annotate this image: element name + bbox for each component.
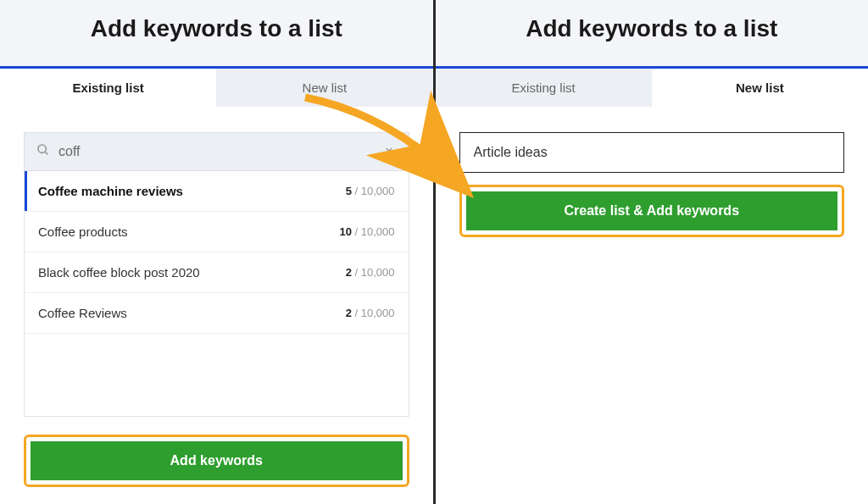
panel-new-list: Add keywords to a list Existing list New… bbox=[436, 0, 869, 504]
header-right: Add keywords to a list bbox=[436, 0, 869, 66]
tab-new-list-right[interactable]: New list bbox=[652, 69, 868, 107]
svg-line-1 bbox=[45, 152, 47, 154]
highlight-frame: Create list & Add keywords bbox=[459, 185, 845, 237]
tab-existing-list-right[interactable]: Existing list bbox=[436, 69, 652, 107]
create-list-button[interactable]: Create list & Add keywords bbox=[465, 191, 839, 231]
panel-existing-list: Add keywords to a list Existing list New… bbox=[0, 0, 436, 504]
list-item-name: Black coffee block post 2020 bbox=[38, 265, 200, 280]
list-item-count: 5 / 10,000 bbox=[346, 185, 395, 197]
search-field[interactable]: × bbox=[24, 132, 409, 171]
list-item-count: 10 / 10,000 bbox=[339, 225, 394, 238]
list-name-input[interactable] bbox=[459, 132, 845, 173]
list-item-name: Coffee products bbox=[38, 224, 128, 239]
list-item-count: 2 / 10,000 bbox=[346, 266, 395, 279]
list-item-name: Coffee machine reviews bbox=[38, 184, 183, 198]
svg-point-0 bbox=[38, 145, 46, 152]
list-item-name: Coffee Reviews bbox=[38, 306, 127, 320]
list-item[interactable]: Coffee products 10 / 10,000 bbox=[25, 212, 409, 252]
highlight-frame: Add keywords bbox=[24, 435, 409, 487]
header-left: Add keywords to a list bbox=[0, 0, 433, 66]
list-item-count: 2 / 10,000 bbox=[346, 307, 395, 319]
search-input[interactable] bbox=[58, 144, 381, 159]
keyword-list: Coffee machine reviews 5 / 10,000 Coffee… bbox=[24, 171, 409, 417]
search-icon bbox=[36, 143, 58, 160]
page-title-left: Add keywords to a list bbox=[8, 15, 425, 42]
tab-existing-list-left[interactable]: Existing list bbox=[0, 69, 216, 107]
list-item[interactable]: Coffee Reviews 2 / 10,000 bbox=[25, 293, 409, 334]
list-item[interactable]: Coffee machine reviews 5 / 10,000 bbox=[25, 171, 409, 212]
tab-new-list-left[interactable]: New list bbox=[216, 69, 432, 107]
tabs-right: Existing list New list bbox=[436, 66, 869, 107]
page-title-right: Add keywords to a list bbox=[444, 15, 860, 42]
list-item[interactable]: Black coffee block post 2020 2 / 10,000 bbox=[25, 252, 409, 293]
tabs-left: Existing list New list bbox=[0, 66, 433, 107]
add-keywords-button[interactable]: Add keywords bbox=[30, 440, 403, 481]
clear-icon[interactable]: × bbox=[381, 144, 396, 159]
